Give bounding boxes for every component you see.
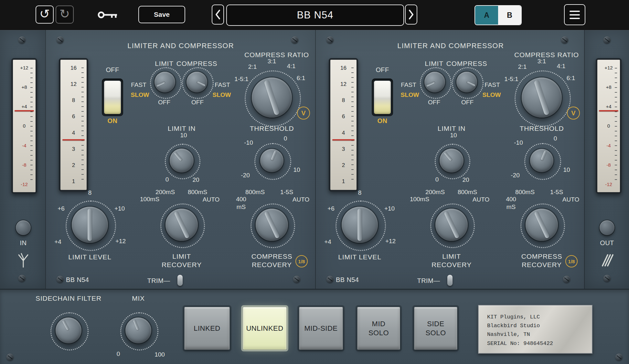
kit-logo-icon — [601, 254, 615, 267]
compress-fast-label: FAST — [215, 81, 230, 88]
limit-in-knob[interactable] — [440, 149, 464, 172]
compress-recovery-800-label: 800mS — [245, 189, 265, 196]
screw-icon — [18, 275, 26, 282]
sidechain-filter-knob[interactable] — [56, 317, 81, 343]
linked-button[interactable]: LINKED — [184, 307, 230, 350]
input-meter: +12 +8 +4 0 -4 -8 -12 — [11, 58, 37, 194]
threshold-10-label: 10 — [293, 166, 300, 173]
v-badge: V — [567, 107, 580, 120]
input-strip: +12 +8 +4 0 -4 -8 -12 IN — [0, 30, 46, 289]
compress-off-label: OFF — [461, 99, 474, 106]
next-preset-button[interactable] — [405, 5, 417, 25]
meter-tick-label: -4 — [22, 143, 26, 148]
threshold-m20-label: -20 — [511, 172, 519, 179]
power-switch[interactable] — [372, 78, 393, 116]
meter-tick-label: 1 — [342, 178, 345, 185]
limit-in-top-label: 10 — [180, 132, 187, 139]
channel-right: LIMITER AND COMPRESSOR 16 12 8 6 4 3 2 1… — [315, 30, 585, 289]
meter-tick-label: +8 — [606, 84, 611, 90]
ratio-3-label: 3:1 — [268, 58, 276, 65]
nameplate-line: KIT Plugins, LLC — [487, 313, 583, 321]
input-gain-knob[interactable] — [16, 220, 31, 235]
power-switch-rocker — [104, 81, 121, 114]
mid-side-button[interactable]: MID-SIDE — [299, 307, 343, 350]
input-label: IN — [20, 239, 27, 247]
trim-slider[interactable] — [447, 275, 453, 286]
screw-icon — [563, 276, 570, 283]
limit-mode-title: LIMIT — [425, 60, 443, 68]
meter-tick-label: 6 — [342, 113, 345, 120]
side-solo-button[interactable]: SIDE SOLO — [414, 307, 457, 350]
threshold-knob[interactable] — [530, 149, 553, 172]
screw-icon — [291, 36, 298, 44]
compress-recovery-800-label: 800mS — [515, 189, 535, 196]
ab-b-button[interactable]: B — [498, 6, 521, 25]
meter-tick-label: 8 — [72, 97, 75, 104]
redo-button[interactable]: ↻ — [56, 5, 74, 24]
limit-recovery-knob[interactable] — [165, 209, 198, 241]
chevron-right-icon — [408, 9, 415, 20]
compress-mode-knob[interactable] — [456, 72, 477, 92]
save-button[interactable]: Save — [138, 6, 185, 23]
threshold-0-label: 0 — [554, 135, 557, 142]
limit-mode-knob[interactable] — [424, 72, 445, 92]
mix-knob[interactable] — [125, 317, 151, 343]
trim-label: TRIM— — [147, 277, 170, 285]
meter-tick-label: 12 — [340, 81, 346, 88]
power-switch[interactable] — [102, 78, 123, 116]
preset-name-field[interactable]: BB N54 — [226, 5, 404, 26]
screw-icon — [561, 36, 568, 44]
chevron-left-icon — [214, 9, 221, 20]
output-gain-knob[interactable] — [600, 220, 614, 235]
meter-tick-label: 16 — [340, 65, 346, 71]
meter-tick-label: -4 — [606, 143, 611, 148]
screw-icon — [326, 36, 334, 44]
v-badge: V — [297, 107, 310, 120]
screw-icon — [6, 354, 14, 361]
limit-recovery-100-label: 100mS — [410, 196, 429, 203]
output-strip: +12 +8 +4 0 -4 -8 -12 OUT — [584, 30, 629, 289]
limit-in-knob[interactable] — [170, 149, 194, 172]
limit-mode-title: LIMIT — [155, 60, 174, 68]
limit-in-title: LIMIT IN — [438, 125, 466, 132]
compress-ratio-knob[interactable] — [522, 78, 562, 118]
ab-a-button[interactable]: A — [475, 6, 498, 25]
key-icon[interactable] — [97, 10, 120, 20]
unlinked-button[interactable]: UNLINKED — [243, 307, 287, 350]
limit-in-max-label: 20 — [192, 176, 199, 183]
trim-slider[interactable] — [177, 275, 183, 286]
compress-recovery-knob[interactable] — [256, 209, 288, 241]
limit-level-knob[interactable] — [72, 207, 108, 243]
button-label: MID SOLO — [368, 319, 389, 337]
compress-ratio-knob[interactable] — [252, 78, 292, 118]
limit-level-8-label: 8 — [88, 189, 92, 196]
threshold-knob[interactable] — [260, 149, 283, 172]
compress-ratio-title: COMPRESS RATIO — [514, 51, 579, 59]
trim-label: TRIM— — [417, 277, 440, 285]
limit-level-p6-label: +6 — [58, 205, 65, 212]
power-on-label: ON — [378, 117, 388, 125]
threshold-m10-label: -10 — [244, 139, 253, 146]
bottom-panel: SIDECHAIN FILTER MIX 0 100 LINKED UNLINK… — [0, 289, 629, 364]
limit-level-knob[interactable] — [342, 207, 378, 243]
meter-tick-label: 3 — [72, 146, 75, 152]
limit-recovery-200-label: 200mS — [425, 189, 445, 196]
nameplate: KIT Plugins, LLC Blackbird Studio Nashvi… — [478, 305, 592, 354]
prev-preset-button[interactable] — [212, 5, 224, 25]
limit-in-min-label: 0 — [165, 176, 169, 183]
undo-button[interactable]: ↺ — [36, 5, 54, 24]
compress-recovery-auto-label: AUTO — [562, 196, 579, 203]
compress-slow-label: SLOW — [213, 91, 231, 99]
limit-off-label: OFF — [158, 99, 170, 106]
compress-mode-knob[interactable] — [187, 72, 207, 92]
compress-recovery-knob[interactable] — [526, 209, 558, 241]
limit-mode-knob[interactable] — [155, 72, 175, 92]
mid-solo-button[interactable]: MID SOLO — [357, 307, 400, 350]
menu-button[interactable] — [564, 4, 585, 25]
button-label: LINKED — [194, 324, 220, 333]
meter-tick-label: +8 — [21, 84, 27, 90]
limit-recovery-100-label: 100mS — [140, 196, 159, 203]
nameplate-line: SERIAL No: 948645422 — [487, 339, 583, 348]
limit-recovery-knob[interactable] — [435, 209, 468, 241]
power-on-label: ON — [108, 117, 118, 125]
